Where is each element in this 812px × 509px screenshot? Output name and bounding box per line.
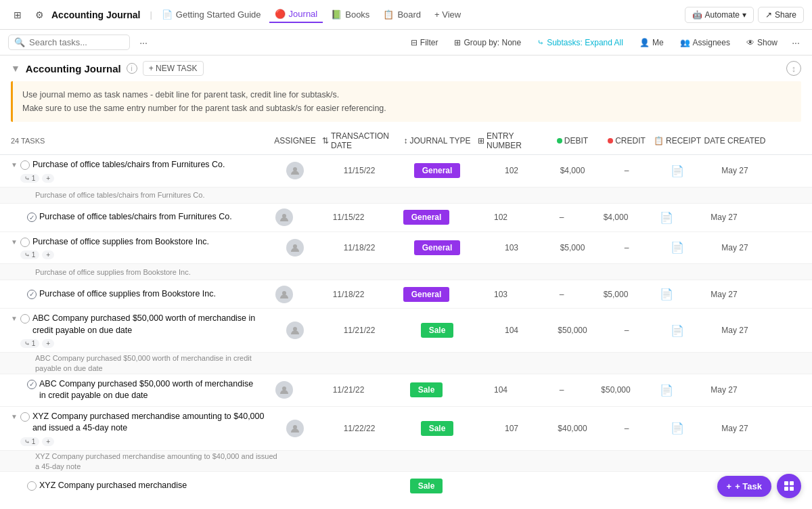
credit-cell: – — [600, 166, 654, 175]
receipt-file-icon: 📄 — [671, 324, 684, 337]
assignee-cell — [257, 208, 311, 226]
created-cell: May 27 — [701, 166, 769, 175]
task-title: XYZ Company purchased merchandise amount… — [32, 411, 268, 435]
expand-arrow[interactable]: ▼ — [11, 315, 18, 322]
task-checkbox[interactable] — [27, 481, 37, 491]
task-checkbox[interactable] — [20, 160, 30, 170]
col-date-header: ⇅ TRANSACTION DATE — [322, 131, 397, 150]
created-cell: May 27 — [701, 243, 769, 252]
expand-arrow[interactable]: ▼ — [11, 238, 18, 246]
svg-rect-10 — [790, 487, 794, 491]
task-checkbox[interactable] — [20, 314, 30, 324]
type-cell: Sale — [386, 479, 467, 493]
assignees-button[interactable]: 👥 Assignees — [674, 35, 736, 50]
fab-task-button[interactable]: + + Task — [717, 476, 771, 497]
table-area[interactable]: 24 TASKS ASSIGNEE ⇅ TRANSACTION DATE ↕ J… — [0, 127, 812, 497]
collapse-chevron[interactable]: ▼ — [11, 63, 20, 74]
show-button[interactable]: 👁 Show — [740, 35, 784, 50]
dot-red-nav: 🔴 — [275, 9, 286, 19]
add-subtask-tag[interactable]: + — [42, 437, 54, 446]
date-cell: 11/21/22 — [311, 385, 386, 395]
subtask-header-row: ABC Company purchased $50,000 worth of m… — [0, 353, 812, 374]
date-cell: 11/18/22 — [311, 290, 386, 299]
automate-button[interactable]: 🤖 Automate ▾ — [685, 7, 754, 23]
add-subtask-tag[interactable]: + — [42, 174, 54, 183]
tab-board[interactable]: 📋 Board — [378, 7, 426, 22]
subtask-tag[interactable]: ⤷ 1 — [20, 437, 39, 446]
avatar — [275, 208, 293, 226]
task-title: Purchase of office supplies from Booksto… — [32, 236, 209, 248]
receipt-cell: 📄 — [654, 422, 701, 435]
search-input[interactable] — [29, 37, 124, 47]
subtask-tag[interactable]: ⤷ 1 — [20, 339, 39, 348]
subtask-tag[interactable]: ⤷ 1 — [20, 174, 39, 183]
entry-icon: ⊞ — [478, 136, 484, 146]
task-checkbox[interactable]: ✓ — [27, 290, 37, 299]
tab-getting-started[interactable]: 📄 Getting Started Guide — [156, 7, 267, 22]
type-cell: General — [397, 240, 478, 255]
receipt-file-icon: 📄 — [671, 164, 684, 177]
page-title: Accounting Journal — [26, 63, 121, 74]
task-checkbox[interactable] — [20, 238, 30, 247]
filter-button[interactable]: ⊟ Filter — [405, 35, 445, 50]
filter-icon: ⊟ — [411, 38, 418, 47]
share-button[interactable]: ↗ Share — [758, 7, 804, 23]
top-nav: ⊞ ⚙ Accounting Journal | 📄 Getting Start… — [0, 0, 812, 30]
collapse-button[interactable]: ↕ — [786, 61, 801, 76]
task-checkbox[interactable]: ✓ — [27, 213, 37, 222]
info-icon[interactable]: i — [127, 63, 137, 74]
app-title: Accounting Journal — [51, 9, 140, 20]
entry-cell: 107 — [478, 424, 545, 433]
task-title: Purchase of office tables/chairs from Fu… — [39, 211, 232, 223]
journal-type-badge: Sale — [410, 382, 443, 397]
add-subtask-tag[interactable]: + — [42, 339, 54, 348]
task-checkbox[interactable]: ✓ — [27, 380, 37, 389]
assignee-cell — [268, 162, 322, 179]
home-icon[interactable]: ⊞ — [8, 5, 27, 24]
journal-type-badge: General — [403, 210, 450, 225]
task-name-cell: ✓ Purchase of office supplies from Books… — [22, 284, 257, 305]
fab-grid-button[interactable] — [777, 474, 801, 498]
app-logo-icon[interactable]: ⚙ — [30, 5, 49, 24]
date-cell: 11/22/22 — [322, 424, 397, 433]
task-title: Purchase of office supplies from Booksto… — [39, 288, 216, 301]
tab-view-add[interactable]: + View — [429, 7, 466, 22]
subtasks-button[interactable]: ⤷ Subtasks: Expand All — [531, 35, 629, 50]
group-by-button[interactable]: ⊞ Group by: None — [448, 35, 527, 50]
expand-arrow[interactable]: ▼ — [11, 161, 18, 169]
subtask-header-row: Purchase of office supplies from Booksto… — [0, 264, 812, 280]
expand-arrow[interactable]: ▼ — [11, 413, 18, 420]
type-cell: General — [397, 163, 478, 178]
tab-books[interactable]: 📗 Books — [325, 7, 375, 22]
subtask-header-row: XYZ Company purchased merchandise amount… — [0, 451, 812, 472]
type-cell: General — [386, 210, 467, 225]
group-icon: ⊞ — [454, 38, 461, 47]
me-button[interactable]: 👤 Me — [633, 35, 670, 50]
entry-cell: 104 — [478, 326, 545, 335]
task-meta: ⤷ 1 + — [20, 339, 268, 348]
debit-cell: – — [535, 213, 589, 222]
subtask-tag[interactable]: ⤷ 1 — [20, 250, 39, 259]
col-created-header: DATE CREATED — [701, 136, 769, 146]
eye-icon: 👁 — [746, 38, 754, 47]
search-wrap[interactable]: 🔍 — [8, 35, 130, 50]
assignee-cell — [268, 239, 322, 257]
task-title: XYZ Company purchased merchandise — [39, 480, 187, 492]
new-task-button[interactable]: + NEW TASK — [143, 61, 204, 76]
task-checkbox[interactable] — [20, 412, 30, 422]
receipt-cell: 📄 — [654, 324, 701, 337]
journal-type-badge: Sale — [421, 323, 454, 338]
tab-journal[interactable]: 🔴 Journal — [269, 6, 323, 23]
receipt-cell: 📄 — [643, 384, 690, 397]
subtask-header-row: Purchase of office tables/chairs from Fu… — [0, 187, 812, 204]
subtask-header-text: Purchase of office supplies from Booksto… — [35, 268, 191, 276]
toolbar-more-right-button[interactable]: ··· — [788, 35, 804, 51]
svg-rect-9 — [784, 487, 788, 491]
col-credit-header: CREDIT — [600, 136, 654, 146]
receipt-file-icon: 📄 — [660, 211, 673, 224]
users-icon: 👥 — [680, 38, 690, 47]
plus-icon: + — [727, 481, 732, 491]
add-subtask-tag[interactable]: + — [42, 250, 54, 259]
toolbar-more-button[interactable]: ··· — [135, 35, 152, 51]
nav-separator: | — [150, 9, 152, 20]
